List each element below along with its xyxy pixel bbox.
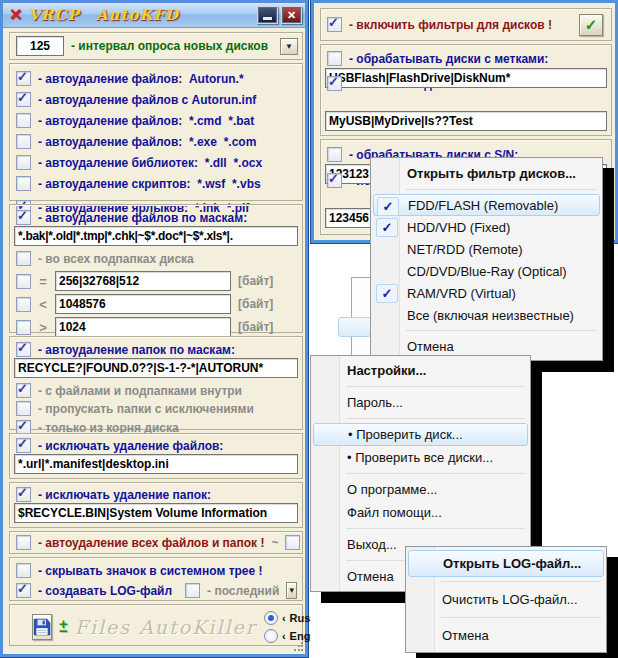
menu-item-net-rdd[interactable]: NET/RDD (Remote) xyxy=(373,238,600,260)
create-log-label: - создавать LOG-файл xyxy=(38,584,172,598)
file-masks-group: - автоудаление файлов по маскам: - во вс… xyxy=(9,204,303,333)
menu-item-all-disks[interactable]: Все (включая неизвестные) xyxy=(373,304,600,326)
dll-ocx-label: - автоудаление библиотек: *.dll *.ocx xyxy=(38,156,262,170)
menu-item-about[interactable]: О программе... xyxy=(313,478,528,501)
rus-arrow-icon: ‹ xyxy=(282,612,286,624)
menu-separator xyxy=(441,581,601,582)
lang-rus-radio[interactable] xyxy=(264,611,278,625)
delete-all-confirm-checkbox[interactable] xyxy=(285,535,300,550)
last-log-checkbox[interactable] xyxy=(185,583,200,598)
size-gt-input[interactable] xyxy=(55,317,231,337)
lang-rus-label: Rus xyxy=(290,612,311,624)
window-title: VRCP AutoKFD xyxy=(28,6,179,24)
enable-filters-checkbox[interactable] xyxy=(327,17,342,32)
skip-exclusions-label: - пропускать папки с исключениями xyxy=(38,402,254,416)
size-lt-input[interactable] xyxy=(55,294,231,314)
hide-tray-label: - скрывать значок в системном трее ! xyxy=(38,564,263,578)
wsf-vbs-checkbox[interactable] xyxy=(16,176,31,191)
enable-filters-group: - включить фильтры для дисков ! ✓ xyxy=(320,8,612,41)
exclude-files-group: - исключать удаление файлов: xyxy=(9,433,303,479)
exclude-labels-input[interactable] xyxy=(325,111,607,131)
autorun-files-checkbox[interactable] xyxy=(16,71,31,86)
create-log-checkbox[interactable] xyxy=(16,583,31,598)
menu-separator xyxy=(346,528,525,529)
delete-all-group: - автоудаление всех файлов и папок ! ~ xyxy=(9,531,303,554)
autorun-inf-checkbox[interactable] xyxy=(16,92,31,107)
minimize-button[interactable] xyxy=(257,6,278,24)
eng-arrow-icon: ‹ xyxy=(282,630,286,642)
menu-item-open-disk-filter[interactable]: Открыть фильтр дисков... xyxy=(373,161,600,185)
cmd-bat-checkbox[interactable] xyxy=(16,113,31,128)
process-sn-checkbox[interactable] xyxy=(327,147,342,162)
title-bar[interactable]: ✕ VRCP AutoKFD ✕ xyxy=(3,3,305,28)
folder-masks-checkbox[interactable] xyxy=(16,342,31,357)
add-remove-icon[interactable]: +− xyxy=(59,620,68,634)
menu-item-check-all-disks[interactable]: • Проверить все диски... xyxy=(313,446,528,469)
menu-separator xyxy=(406,330,597,331)
hide-tray-checkbox[interactable] xyxy=(16,563,31,578)
autorun-inf-label: - автоудаление файлов с Autorun.inf xyxy=(38,93,256,107)
exclude-folders-checkbox[interactable] xyxy=(16,487,31,502)
size-gt-unit: [байт] xyxy=(238,320,273,334)
menu-item-password[interactable]: Пароль... xyxy=(313,391,528,414)
menu-item-check-disk[interactable]: • Проверить диск... xyxy=(313,423,528,446)
subfolders-checkbox[interactable] xyxy=(16,251,31,266)
save-button[interactable] xyxy=(32,614,52,640)
dll-ocx-checkbox[interactable] xyxy=(16,155,31,170)
check-icon: ✓ xyxy=(377,197,399,216)
file-masks-checkbox[interactable] xyxy=(16,210,31,225)
background-highlight-fragment xyxy=(338,317,371,337)
floppy-disk-icon xyxy=(33,618,51,636)
enable-filters-label: - включить фильтры для дисков ! xyxy=(349,18,552,32)
exe-com-label: - автоудаление файлов: *.exe *.com xyxy=(38,135,256,149)
size-eq-input[interactable] xyxy=(55,271,231,291)
exclude-folders-input[interactable] xyxy=(14,503,298,523)
exclude-files-input[interactable] xyxy=(14,454,298,474)
process-labels-input[interactable] xyxy=(325,68,607,88)
size-lt-checkbox[interactable] xyxy=(16,297,31,312)
interval-dropdown-button[interactable]: ▼ xyxy=(280,38,298,55)
menu-item-cancel[interactable]: Отмена xyxy=(373,335,600,357)
exclude-files-checkbox[interactable] xyxy=(16,438,31,453)
delete-all-checkbox[interactable] xyxy=(16,535,31,550)
menu-item-hdd-vhd[interactable]: ✓HDD/VHD (Fixed) xyxy=(373,216,600,238)
menu-item-cancel[interactable]: Отмена xyxy=(408,622,604,649)
subfolders-label: - во всех подпапках диска xyxy=(38,252,194,266)
interval-input[interactable] xyxy=(16,36,64,56)
main-window: ✕ VRCP AutoKFD ✕ - интервал опроса новых… xyxy=(0,0,308,657)
log-dropdown-button[interactable]: ▼ xyxy=(286,582,297,599)
folder-masks-input[interactable] xyxy=(14,358,298,378)
menu-item-open-log[interactable]: Открыть LOG-файл... xyxy=(408,550,604,577)
cmd-bat-label: - автоудаление файлов: *.cmd *.bat xyxy=(38,114,254,128)
resize-grip[interactable] xyxy=(293,642,303,652)
tilde-label: ~ xyxy=(271,536,278,550)
close-button[interactable]: ✕ xyxy=(281,6,302,24)
wsf-vbs-label: - автоудаление скриптов: *.wsf *.vbs xyxy=(38,177,261,191)
interval-label: - интервал опроса новых дисков xyxy=(71,39,268,53)
size-eq-op: = xyxy=(38,274,48,289)
menu-separator xyxy=(346,386,525,387)
lang-eng-radio[interactable] xyxy=(264,629,278,643)
menu-item-settings[interactable]: Настройки... xyxy=(313,359,528,382)
exclude-sn-checkbox[interactable] xyxy=(327,173,342,188)
menu-item-fdd-flash[interactable]: ✓FDD/FLASH (Removable) xyxy=(373,194,600,216)
size-eq-checkbox[interactable] xyxy=(16,274,31,289)
size-gt-checkbox[interactable] xyxy=(16,320,31,335)
menu-separator xyxy=(441,617,601,618)
menu-item-cd-dvd[interactable]: CD/DVD/Blue-Ray (Optical) xyxy=(373,260,600,282)
menu-item-help-file[interactable]: Файл помощи... xyxy=(313,501,528,524)
exclude-labels-checkbox[interactable] xyxy=(327,76,342,91)
file-masks-input[interactable] xyxy=(14,226,298,246)
with-files-checkbox[interactable] xyxy=(16,383,31,398)
skip-exclusions-checkbox[interactable] xyxy=(16,401,31,416)
menu-separator xyxy=(346,473,525,474)
labels-filter-group: - обрабатывать диски с метками: - исключ… xyxy=(320,44,612,136)
apply-filters-button[interactable]: ✓ xyxy=(579,14,603,36)
exclude-files-label: - исключать удаление файлов: xyxy=(38,439,223,453)
menu-item-ram-vrd[interactable]: ✓RAM/VRD (Virtual) xyxy=(373,282,600,304)
menu-item-clear-log[interactable]: Очистить LOG-файл... xyxy=(408,586,604,613)
process-labels-checkbox[interactable] xyxy=(327,51,342,66)
exe-com-checkbox[interactable] xyxy=(16,134,31,149)
process-labels-label: - обрабатывать диски с метками: xyxy=(349,52,548,66)
folder-masks-label: - автоудаление папок по маскам: xyxy=(38,343,235,357)
